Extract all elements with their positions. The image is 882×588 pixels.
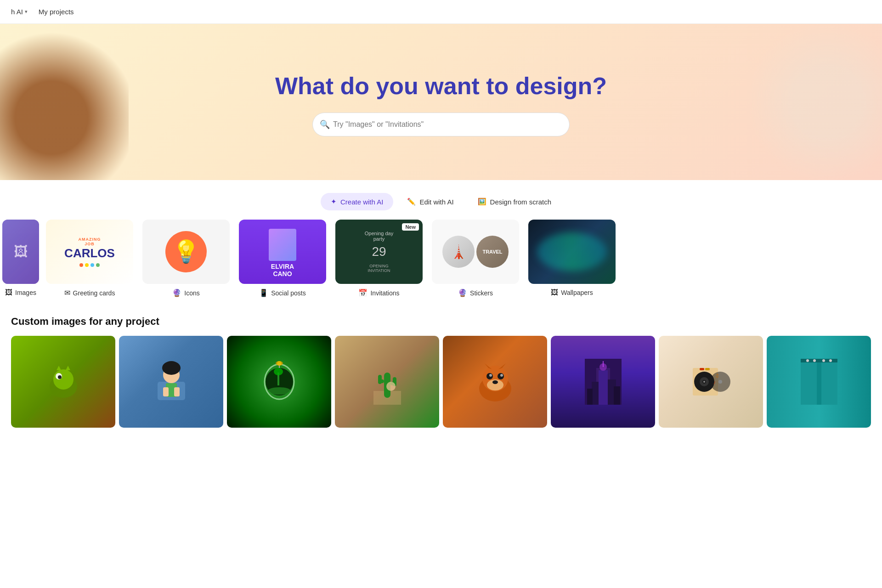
cat-item-icons[interactable]: 💡 🔮 Icons — [138, 220, 234, 297]
svg-rect-11 — [174, 387, 180, 396]
svg-point-3 — [58, 375, 62, 379]
hero-deco-right — [744, 24, 882, 180]
svg-point-36 — [492, 380, 498, 384]
svg-rect-40 — [592, 382, 599, 405]
svg-point-33 — [500, 374, 503, 377]
cat-label-greeting-cards: ✉ Greeting cards — [64, 288, 115, 297]
wallpapers-icon: 🖼 — [551, 288, 558, 297]
tab-design-scratch-label: Design from scratch — [490, 198, 551, 206]
svg-point-8 — [162, 361, 181, 375]
cat-item-greeting-cards[interactable]: AMAZING JOB CARLOS ✉ Greeting cards — [41, 220, 138, 297]
cat-item-wallpapers[interactable]: 🖼 Wallpapers — [524, 220, 620, 297]
cat-label-icons: 🔮 Icons — [172, 288, 199, 297]
svg-point-1 — [53, 369, 74, 390]
greeting-card-icon: ✉ — [64, 288, 70, 297]
cat-label-stickers: 🔮 Stickers — [458, 288, 493, 297]
search-wrap: 🔍 — [312, 113, 570, 136]
svg-rect-43 — [614, 386, 620, 405]
svg-point-16 — [274, 368, 283, 375]
tab-create-ai-label: Create with AI — [340, 198, 383, 206]
stickers-icon: 🔮 — [458, 288, 467, 297]
nav-logo[interactable]: h AI ▾ — [11, 8, 28, 16]
hero-deco-left — [0, 24, 129, 180]
svg-point-19 — [277, 361, 282, 366]
svg-point-26 — [386, 382, 396, 391]
svg-point-52 — [718, 380, 722, 384]
search-input[interactable] — [312, 113, 570, 136]
edit-icon: ✏️ — [407, 198, 416, 206]
cat-item-images[interactable]: 🖼 🖼 Images — [0, 220, 41, 297]
tab-design-scratch[interactable]: 🖼️ Design from scratch — [468, 193, 561, 210]
svg-text:♪: ♪ — [713, 381, 716, 385]
svg-rect-58 — [801, 359, 817, 405]
img-card-fox[interactable] — [443, 336, 547, 428]
svg-point-50 — [703, 381, 705, 383]
svg-point-61 — [806, 359, 809, 362]
cat-preview-invitations: New Opening dayparty 29 OPENINGINVITATIO… — [335, 220, 423, 284]
sparkle-icon: ✦ — [331, 198, 337, 206]
cat-item-stickers[interactable]: 🗼 TRAVEL 🔮 Stickers — [427, 220, 524, 297]
svg-rect-23 — [378, 375, 382, 384]
img-card-city[interactable] — [551, 336, 655, 428]
svg-point-64 — [829, 359, 832, 362]
category-strip: 🖼 🖼 Images AMAZING JOB CARLOS ✉ Gr — [0, 220, 882, 306]
svg-marker-4 — [57, 366, 61, 370]
cat-preview-social-posts: ELVIRACANO — [239, 220, 326, 284]
svg-rect-54 — [705, 368, 710, 370]
svg-point-63 — [822, 359, 825, 362]
my-projects-link[interactable]: My projects — [39, 8, 74, 16]
logo-text: h AI — [11, 8, 23, 16]
svg-rect-39 — [599, 370, 608, 405]
social-posts-icon: 📱 — [259, 288, 268, 297]
cat-label-images: 🖼 Images — [5, 288, 36, 297]
img-card-creature[interactable] — [11, 336, 115, 428]
tab-edit-ai-label: Edit with AI — [419, 198, 453, 206]
invitations-icon: 📅 — [358, 288, 368, 297]
svg-point-62 — [813, 359, 816, 362]
img-card-cactus[interactable] — [335, 336, 439, 428]
svg-text:♫: ♫ — [716, 373, 718, 378]
cat-label-invitations: 📅 Invitations — [358, 288, 399, 297]
design-icon: 🖼️ — [478, 198, 486, 206]
svg-rect-53 — [700, 368, 704, 370]
tab-create-ai[interactable]: ✦ Create with AI — [321, 193, 393, 210]
svg-marker-5 — [66, 366, 70, 370]
hero-section: What do you want to design? 🔍 — [0, 24, 882, 180]
img-card-curtain[interactable] — [767, 336, 871, 428]
custom-images-title: Custom images for any project — [11, 316, 871, 328]
svg-rect-10 — [163, 387, 169, 396]
tab-bar: ✦ Create with AI ✏️ Edit with AI 🖼️ Desi… — [0, 180, 882, 220]
img-card-terrarium[interactable] — [227, 336, 331, 428]
svg-point-31 — [489, 374, 492, 377]
nav-chevron-icon: ▾ — [25, 9, 28, 15]
custom-images-section: Custom images for any project — [0, 306, 882, 432]
img-card-vinyl[interactable]: ♪ ♫ — [659, 336, 763, 428]
image-grid: ♪ ♫ — [11, 336, 871, 428]
cat-preview-greeting-cards: AMAZING JOB CARLOS — [46, 220, 133, 284]
tab-edit-ai[interactable]: ✏️ Edit with AI — [397, 193, 464, 210]
svg-rect-59 — [821, 359, 837, 405]
cat-preview-wallpapers — [528, 220, 616, 284]
new-badge: New — [402, 223, 419, 231]
cat-label-social-posts: 📱 Social posts — [259, 288, 305, 297]
cat-preview-icons: 💡 — [142, 220, 230, 284]
svg-rect-42 — [587, 389, 593, 405]
cat-preview-stickers: 🗼 TRAVEL — [432, 220, 519, 284]
hero-title: What do you want to design? — [275, 72, 607, 100]
img-card-girl[interactable] — [119, 336, 223, 428]
cat-preview-images: 🖼 — [2, 220, 39, 284]
cat-item-invitations[interactable]: New Opening dayparty 29 OPENINGINVITATIO… — [331, 220, 427, 297]
navigation: h AI ▾ My projects — [0, 0, 882, 24]
icons-icon: 🔮 — [172, 288, 181, 297]
svg-point-14 — [268, 387, 291, 395]
cat-item-social-posts[interactable]: ELVIRACANO 📱 Social posts — [234, 220, 331, 297]
cat-label-wallpapers: 🖼 Wallpapers — [551, 288, 593, 297]
images-icon: 🖼 — [5, 288, 12, 297]
